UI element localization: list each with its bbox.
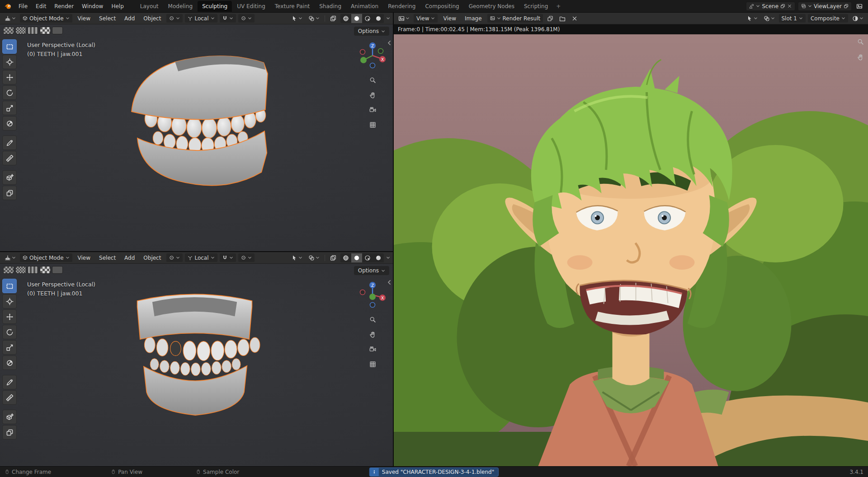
falloff-preset-button[interactable] <box>15 266 26 274</box>
viewport-top-canvas[interactable]: Options User Perspective (Local) (0) TEE… <box>0 24 393 251</box>
pivot-point-dropdown[interactable] <box>166 253 183 262</box>
render-display-button[interactable] <box>854 2 864 10</box>
xray-toggle[interactable] <box>328 14 338 23</box>
shading-material-button[interactable] <box>362 253 373 262</box>
tool-scale[interactable] <box>2 101 17 115</box>
ortho-toggle-button[interactable] <box>367 119 378 130</box>
display-channels-dropdown[interactable] <box>850 14 865 23</box>
tool-cursor[interactable] <box>2 294 17 309</box>
blender-logo-icon[interactable] <box>5 2 12 10</box>
menu-view[interactable]: View <box>75 14 94 23</box>
pan-button[interactable] <box>855 51 866 62</box>
menu-object[interactable]: Object <box>140 14 164 23</box>
tool-move[interactable] <box>2 309 17 324</box>
shading-rendered-button[interactable] <box>373 253 384 262</box>
menu-edit[interactable]: Edit <box>32 2 50 11</box>
render-pass-dropdown[interactable]: Composite <box>808 14 848 23</box>
zoom-button[interactable] <box>855 36 866 47</box>
tool-transform[interactable] <box>2 116 17 131</box>
menu-image[interactable]: Image <box>462 14 485 23</box>
proportional-edit-dropdown[interactable] <box>238 14 255 23</box>
tool-scale[interactable] <box>2 340 17 355</box>
unlink-image-button[interactable] <box>570 14 580 23</box>
shading-wireframe-button[interactable] <box>340 14 351 23</box>
tab-shading[interactable]: Shading <box>315 1 346 12</box>
shading-options-chevron-icon[interactable] <box>386 16 390 20</box>
tool-transform[interactable] <box>2 355 17 370</box>
shading-rendered-button[interactable] <box>373 14 384 23</box>
menu-view[interactable]: View <box>75 254 94 262</box>
tool-box-select[interactable] <box>2 279 17 293</box>
tab-scripting[interactable]: Scripting <box>519 1 552 12</box>
falloff-preset-button[interactable] <box>52 27 63 34</box>
transform-orientation-dropdown[interactable]: Local <box>185 253 217 262</box>
tab-texture-paint[interactable]: Texture Paint <box>270 1 314 12</box>
falloff-preset-button[interactable] <box>52 266 63 274</box>
duplicate-scene-icon[interactable] <box>780 4 785 9</box>
overlays-dropdown[interactable] <box>762 14 777 23</box>
overlays-dropdown[interactable] <box>307 14 321 23</box>
zoom-button[interactable] <box>367 314 378 325</box>
tab-animation[interactable]: Animation <box>346 1 383 12</box>
editor-type-button[interactable] <box>396 14 411 23</box>
pivot-point-dropdown[interactable] <box>166 14 183 23</box>
navigation-gizmo[interactable]: Z X <box>358 41 387 70</box>
falloff-preset-button[interactable] <box>40 266 51 274</box>
shading-material-button[interactable] <box>362 14 373 23</box>
tab-rendering[interactable]: Rendering <box>383 1 420 12</box>
add-workspace-button[interactable]: + <box>553 1 564 12</box>
menu-view[interactable]: View <box>440 14 459 23</box>
unlink-scene-icon[interactable] <box>787 4 792 9</box>
render-slot-dropdown[interactable]: Slot 1 <box>779 14 806 23</box>
tool-move[interactable] <box>2 70 17 84</box>
shading-options-chevron-icon[interactable] <box>386 256 390 260</box>
shading-solid-button[interactable] <box>351 253 362 262</box>
zoom-button[interactable] <box>367 75 378 85</box>
mode-dropdown[interactable]: Object Mode <box>20 14 72 23</box>
gizmo-visibility-dropdown[interactable] <box>289 14 304 23</box>
menu-add[interactable]: Add <box>121 14 138 23</box>
viewlayer-selector[interactable]: ViewLayer <box>798 2 852 11</box>
menu-add[interactable]: Add <box>121 254 138 262</box>
shading-solid-button[interactable] <box>351 14 362 23</box>
menu-object[interactable]: Object <box>140 254 164 262</box>
tool-duplicate[interactable] <box>2 186 17 200</box>
falloff-preset-button[interactable] <box>40 27 51 34</box>
new-image-button[interactable] <box>545 14 555 23</box>
pan-button[interactable] <box>367 329 378 340</box>
falloff-preset-button[interactable] <box>15 27 26 34</box>
proportional-edit-dropdown[interactable] <box>238 253 255 262</box>
gizmo-visibility-dropdown[interactable] <box>745 14 760 23</box>
tab-modeling[interactable]: Modeling <box>164 1 198 12</box>
tool-annotate[interactable] <box>2 375 17 389</box>
tool-annotate[interactable] <box>2 136 17 150</box>
camera-view-button[interactable] <box>367 104 378 115</box>
tab-uv-editing[interactable]: UV Editing <box>232 1 270 12</box>
options-dropdown[interactable]: Options <box>354 266 389 275</box>
snap-dropdown[interactable] <box>220 253 236 262</box>
menu-file[interactable]: File <box>15 2 31 11</box>
transform-orientation-dropdown[interactable]: Local <box>185 14 217 23</box>
falloff-preset-button[interactable] <box>3 266 14 274</box>
save-report-message[interactable]: Saved "CHARACTER-DESIGN-3-4-1.blend" <box>369 468 499 477</box>
falloff-preset-button[interactable] <box>3 27 14 34</box>
snap-dropdown[interactable] <box>220 14 236 23</box>
image-datablock-selector[interactable]: Render Result <box>487 14 543 23</box>
tab-compositing[interactable]: Compositing <box>420 1 463 12</box>
falloff-preset-button[interactable] <box>28 27 38 34</box>
tab-geometry-nodes[interactable]: Geometry Nodes <box>464 1 519 12</box>
navigation-gizmo[interactable]: Z X <box>358 280 387 310</box>
tool-box-select[interactable] <box>2 39 17 54</box>
menu-select[interactable]: Select <box>96 254 119 262</box>
tool-duplic ate[interactable] <box>2 425 17 440</box>
menu-help[interactable]: Help <box>108 2 127 11</box>
tool-add-cube[interactable] <box>2 410 17 424</box>
falloff-preset-button[interactable] <box>28 266 38 274</box>
ortho-toggle-button[interactable] <box>367 359 378 369</box>
tool-rotate[interactable] <box>2 325 17 339</box>
editor-type-button[interactable] <box>3 254 18 262</box>
scene-selector[interactable]: Scene <box>746 2 795 11</box>
open-image-button[interactable] <box>557 14 567 23</box>
tab-layout[interactable]: Layout <box>136 1 163 12</box>
menu-window[interactable]: Window <box>78 2 107 11</box>
